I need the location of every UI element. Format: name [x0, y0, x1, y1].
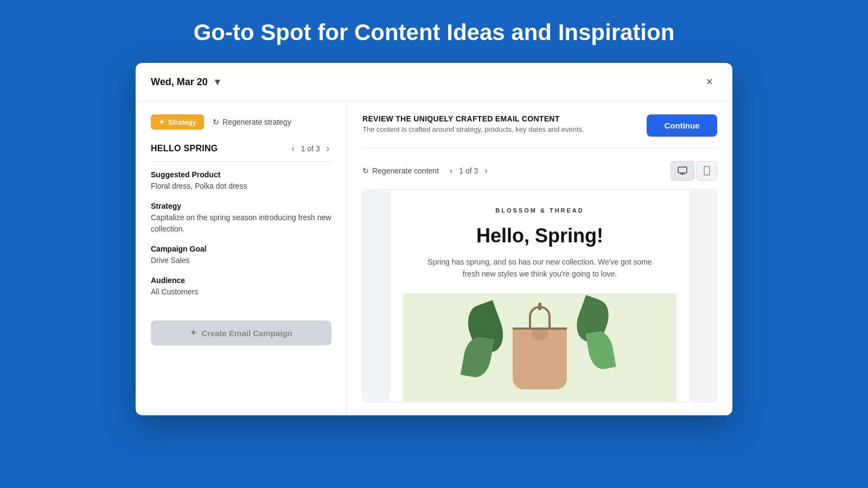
- audience-value: All Customers: [151, 286, 331, 298]
- review-banner-text: REVIEW THE UNIQUELY CRAFTED EMAIL CONTEN…: [362, 114, 584, 133]
- modal-body: ✦ Strategy ↻ Regenerate strategy HELLO S…: [136, 101, 732, 415]
- suggested-product-label: Suggested Product: [151, 170, 331, 179]
- create-email-campaign-button[interactable]: ✦ Create Email Campaign: [151, 320, 331, 345]
- hanger-visual: [464, 293, 616, 402]
- chevron-down-icon: ▾: [212, 76, 223, 87]
- email-sidebar-right: [690, 190, 717, 402]
- continue-button[interactable]: Continue: [647, 114, 717, 137]
- campaign-goal-block: Campaign Goal Drive Sales: [151, 245, 331, 266]
- date-selector[interactable]: Wed, Mar 20 ▾: [151, 76, 223, 88]
- email-sidebar-left: [363, 190, 390, 402]
- suggested-product-value: Floral dress, Polka dot dress: [151, 181, 331, 192]
- content-page-indicator: 1 of 3: [459, 166, 478, 175]
- mobile-icon: [704, 166, 710, 176]
- strategy-badge-label: Strategy: [168, 118, 196, 126]
- strategy-value: Capitalize on the spring season introduc…: [151, 212, 331, 235]
- view-toggle: [671, 161, 717, 181]
- content-prev-button[interactable]: ‹: [448, 165, 455, 177]
- suggested-product-block: Suggested Product Floral dress, Polka do…: [151, 170, 331, 192]
- sparkle-icon: ✦: [158, 118, 165, 126]
- main-modal: Wed, Mar 20 ▾ × ✦ Strategy ↻ Regenerate …: [136, 63, 732, 415]
- campaign-goal-label: Campaign Goal: [151, 245, 331, 253]
- email-preview-content: BLOSSOM & THREAD Hello, Spring! Spring h…: [390, 190, 690, 402]
- sparkle-icon-btn: ✦: [190, 328, 197, 338]
- divider: [362, 147, 717, 148]
- strategy-label: Strategy: [151, 202, 331, 210]
- page-headline: Go-to Spot for Content Ideas and Inspira…: [0, 0, 868, 63]
- email-brand: BLOSSOM & THREAD: [495, 207, 584, 214]
- next-page-button[interactable]: ›: [324, 143, 331, 155]
- leaf-decoration-2: [461, 335, 494, 380]
- page-indicator: 1 of 3: [301, 144, 320, 153]
- prev-page-button[interactable]: ‹: [289, 143, 296, 155]
- regenerate-strategy-button[interactable]: ↻ Regenerate strategy: [213, 118, 291, 126]
- date-label: Wed, Mar 20: [151, 76, 208, 88]
- campaign-goal-value: Drive Sales: [151, 255, 331, 266]
- regenerate-content-label: Regenerate content: [372, 166, 439, 175]
- svg-point-2: [706, 174, 707, 175]
- garment: [513, 330, 567, 389]
- email-heading: Hello, Spring!: [476, 224, 603, 247]
- left-panel: ✦ Strategy ↻ Regenerate strategy HELLO S…: [136, 101, 347, 415]
- desktop-view-button[interactable]: [671, 161, 694, 181]
- svg-rect-0: [678, 167, 687, 173]
- audience-label: Audience: [151, 276, 331, 285]
- section-name: HELLO SPRING: [151, 144, 218, 153]
- strategy-bar: ✦ Strategy ↻ Regenerate strategy: [151, 114, 331, 130]
- leaf-decoration-4: [585, 329, 616, 371]
- content-next-button[interactable]: ›: [482, 165, 489, 177]
- section-title-bar: HELLO SPRING ‹ 1 of 3 ›: [151, 143, 331, 162]
- refresh-icon: ↻: [213, 118, 219, 126]
- regenerate-strategy-label: Regenerate strategy: [222, 118, 291, 126]
- close-button[interactable]: ×: [701, 74, 717, 90]
- content-pagination: ‹ 1 of 3 ›: [448, 165, 490, 177]
- desktop-icon: [678, 166, 687, 175]
- create-btn-label: Create Email Campaign: [201, 329, 292, 338]
- left-pagination: ‹ 1 of 3 ›: [289, 143, 331, 155]
- email-body-text: Spring has sprung, and so has our new co…: [426, 256, 654, 280]
- review-subtitle: The content is crafted around strategy, …: [362, 125, 584, 133]
- strategy-badge[interactable]: ✦ Strategy: [151, 114, 204, 130]
- audience-block: Audience All Customers: [151, 276, 331, 298]
- garment-container: [513, 306, 567, 389]
- review-title: REVIEW THE UNIQUELY CRAFTED EMAIL CONTEN…: [362, 114, 584, 123]
- regenerate-content-button[interactable]: ↻ Regenerate content: [362, 166, 439, 175]
- strategy-block: Strategy Capitalize on the spring season…: [151, 202, 331, 235]
- email-image-section: [403, 293, 676, 402]
- mobile-view-button[interactable]: [697, 161, 717, 181]
- review-banner: REVIEW THE UNIQUELY CRAFTED EMAIL CONTEN…: [362, 114, 717, 137]
- email-preview-wrapper: BLOSSOM & THREAD Hello, Spring! Spring h…: [362, 189, 717, 402]
- modal-header: Wed, Mar 20 ▾ ×: [136, 63, 732, 101]
- hanger-hook: [529, 306, 551, 328]
- refresh-content-icon: ↻: [362, 166, 369, 175]
- content-controls: ↻ Regenerate content ‹ 1 of 3 ›: [362, 161, 717, 181]
- right-panel: REVIEW THE UNIQUELY CRAFTED EMAIL CONTEN…: [347, 101, 732, 415]
